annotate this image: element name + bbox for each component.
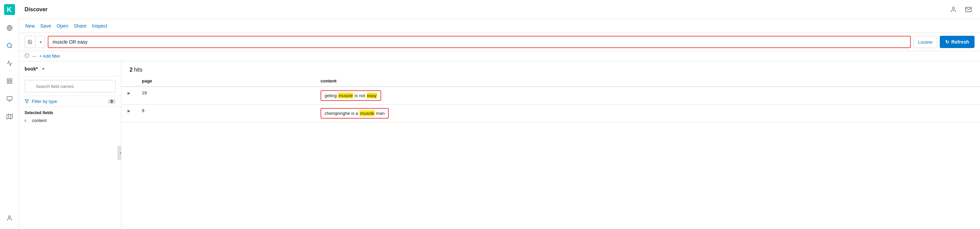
filter-type-row[interactable]: Filter by type 0 [19,96,121,107]
refresh-spin-icon: ↻ [945,39,949,45]
filter-separator: — [32,54,37,59]
language-selector[interactable]: Lucene [913,36,937,48]
filter-icon [25,53,29,59]
open-button[interactable]: Open [56,22,69,30]
new-button[interactable]: New [25,22,35,30]
query-bar-row: ▼ Lucene ↻ Refresh [19,33,980,51]
expand-col-header [121,76,137,87]
add-filter-button[interactable]: + Add filter [39,54,60,59]
filter-row: — + Add filter [19,51,980,61]
page-col-header: page [137,76,315,87]
filter-type-left: Filter by type [25,99,57,104]
nav-discover-icon[interactable] [2,38,18,54]
field-type-icon: t [25,119,29,122]
app-logo[interactable]: K [0,0,19,19]
body-area: book* ▼ ◀ [19,61,980,229]
main-content: Discover New Save Open Share Inspect [19,0,980,229]
hits-info: 2 hits [121,61,980,76]
sidebar-header: book* ▼ [19,61,121,77]
results-area: 2 hits page content [121,61,980,229]
row2-content-cell: chenqionghe is a muscle man [315,105,980,122]
inspect-button[interactable]: Inspect [91,22,108,30]
save-button[interactable]: Save [40,22,52,30]
filter-type-label: Filter by type [32,99,57,104]
row1-content-highlighted: geting muscle is not easy [321,90,381,101]
svg-rect-9 [7,97,12,100]
nav-visualize-icon[interactable] [2,55,18,72]
search-field-input[interactable] [25,80,116,92]
highlight-muscle-1: muscle [338,93,353,99]
row1-expand-cell: ▶ [121,87,137,105]
row1-content-cell: geting muscle is not easy [315,87,980,105]
row2-expand-button[interactable]: ▶ [127,108,131,114]
search-field-wrapper [25,80,116,92]
table-row: ▶ 19 geting muscle is not easy [121,87,980,105]
filter-count-badge: 0 [108,99,116,104]
query-options-chevron[interactable]: ▼ [37,36,45,48]
toolbar: New Save Open Share Inspect [19,19,980,33]
index-pattern-label: book* [25,66,38,72]
save-query-icon[interactable] [25,36,35,48]
index-dropdown-btn[interactable]: ▼ [40,65,47,72]
share-button[interactable]: Share [73,22,87,30]
mail-icon[interactable] [962,3,975,16]
collapse-sidebar-button[interactable]: ◀ [118,146,121,160]
field-item-content[interactable]: t content [19,116,121,124]
hits-label: hits [134,67,143,73]
results-table-body: ▶ 19 geting muscle is not easy [121,87,980,122]
nav-canvas-icon[interactable] [2,91,18,107]
user-circle-icon[interactable] [947,3,959,16]
row1-expand-button[interactable]: ▶ [127,90,131,96]
nav-dashboard-icon[interactable] [2,73,18,89]
highlight-muscle-2: muscle [360,110,375,116]
svg-marker-12 [6,114,12,119]
svg-point-16 [952,7,955,9]
svg-rect-7 [10,82,11,83]
svg-point-4 [7,43,11,48]
hits-count: 2 [130,67,133,73]
row1-page-cell: 19 [137,87,315,105]
row2-page-cell: 9 [137,105,315,122]
svg-marker-21 [25,100,29,103]
row2-content-highlighted: chenqionghe is a muscle man [321,108,389,119]
sidebar-search [19,77,121,96]
selected-fields-label: Selected fields [19,107,121,116]
svg-text:K: K [7,6,12,13]
query-input[interactable] [48,36,911,48]
refresh-label: Refresh [951,39,969,45]
nav-maps-icon[interactable] [2,108,18,125]
sidebar: book* ▼ ◀ [19,61,121,229]
nav-home-icon[interactable] [2,20,18,36]
nav-user-icon[interactable] [2,210,18,226]
svg-rect-8 [7,82,9,83]
query-bar-left: ▼ [25,36,45,48]
refresh-button[interactable]: ↻ Refresh [940,36,975,48]
top-bar-actions [947,3,975,16]
svg-point-15 [8,216,11,218]
highlight-easy-1: easy [367,93,377,99]
top-bar: Discover [19,0,980,19]
svg-rect-6 [10,79,11,80]
page-title: Discover [25,6,48,13]
results-table: page content ▶ 19 [121,76,980,122]
left-navigation: K [0,0,19,229]
svg-rect-5 [7,79,9,80]
field-name-content: content [32,118,47,123]
results-table-header: page content [121,76,980,87]
table-row: ▶ 9 chenqionghe is a muscle man [121,105,980,122]
row2-expand-cell: ▶ [121,105,137,122]
content-col-header: content [315,76,980,87]
